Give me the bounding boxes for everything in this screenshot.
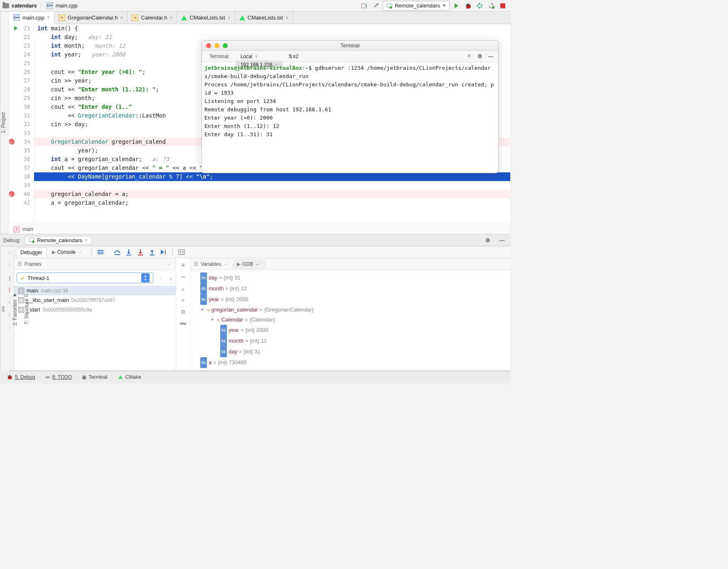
variables-tree[interactable]: 01 day = {int} 3101 month = {int} 1201 y…	[190, 270, 510, 370]
window-controls[interactable]	[206, 43, 228, 48]
step-out-button[interactable]	[147, 247, 157, 257]
remove-watch-button[interactable]: −	[179, 272, 188, 282]
debug-hide-button[interactable]: —	[497, 235, 507, 245]
terminal-split-indicator[interactable]: ⇅≡2	[283, 52, 303, 61]
tab-label: CMakeLists.txt	[248, 15, 283, 21]
step-into-button[interactable]	[123, 247, 134, 257]
debug-settings-button[interactable]: ⚙	[483, 235, 493, 245]
editor-tab[interactable]: C++main.cpp×	[9, 12, 54, 24]
cpp-file-icon: C++	[13, 14, 20, 21]
close-icon[interactable]: ×	[170, 15, 172, 21]
terminal-tool-tab[interactable]: ▣ Terminal	[78, 373, 111, 382]
stack-frame[interactable]: main main.cpp:38	[14, 286, 176, 295]
add-watch-button[interactable]: +	[179, 261, 188, 270]
terminal-output[interactable]: jetbrains@jetbrains-VirtualBox:~$ gdbser…	[202, 62, 498, 173]
cmake-icon	[239, 15, 245, 20]
glasses-icon[interactable]: 👓	[179, 319, 188, 328]
new-terminal-tab-button[interactable]: +	[464, 52, 474, 61]
frames-list[interactable]: main main.cpp:38__libc_start_main 0x0000…	[14, 286, 176, 314]
run-to-cursor-button[interactable]	[158, 247, 169, 257]
frames-menu-icon[interactable]: →˙	[166, 261, 172, 267]
debug-tool-tab[interactable]: 🐞 5: Debug	[2, 373, 39, 382]
terminal-window[interactable]: Terminal Terminal: Local ×Local ×192.168…	[202, 40, 499, 173]
gutter[interactable]: 2122232425262728293031323334353637383940…	[9, 24, 34, 224]
close-window-icon[interactable]	[206, 43, 211, 48]
variable-row[interactable]: 01 year = {int} 2000	[192, 294, 509, 305]
step-over-button[interactable]	[112, 247, 123, 257]
show-execution-point-button[interactable]	[95, 247, 106, 257]
terminal-tab[interactable]: Local ×	[236, 52, 283, 61]
console-tab[interactable]: ▶Console →˙	[48, 247, 88, 257]
favorites-tool-tab[interactable]: 2: Favorites ★	[12, 292, 18, 326]
svg-marker-5	[491, 2, 492, 5]
variable-row[interactable]: ▼≡ gregorian_calendar = {GregorianCalend…	[192, 305, 509, 315]
todo-tool-tab[interactable]: ≔ 6: TODO	[41, 373, 76, 382]
svg-point-8	[32, 240, 34, 243]
close-icon[interactable]: ×	[228, 15, 231, 21]
variable-row[interactable]: 01 month = {int} 12	[192, 283, 509, 294]
close-icon[interactable]: ×	[47, 15, 50, 20]
folder-icon	[2, 3, 9, 8]
tree-toggle-icon[interactable]: ▼	[200, 305, 205, 315]
next-frame-button[interactable]: ↓	[166, 273, 176, 283]
terminal-hide-button[interactable]: —	[486, 52, 496, 61]
close-icon[interactable]: ×	[85, 237, 88, 243]
stepper-arrows-icon[interactable]: ▲▼	[141, 273, 150, 282]
project-tool-tab[interactable]: 1: Project	[0, 112, 6, 133]
debug-session-tab[interactable]: Remote_calendars ×	[25, 236, 91, 245]
evaluate-expression-button[interactable]	[176, 247, 187, 257]
build-button[interactable]	[359, 1, 369, 11]
force-step-into-button[interactable]	[135, 247, 146, 257]
debugger-tab[interactable]: Debugger	[16, 247, 47, 258]
stop-button[interactable]	[498, 1, 508, 11]
editor-tab[interactable]: CMakeLists.txt×	[177, 12, 235, 24]
zoom-window-icon[interactable]	[223, 43, 228, 48]
terminal-settings-button[interactable]: ⚙	[475, 52, 485, 61]
variable-row[interactable]: 01 year = {int} 2000	[192, 325, 509, 336]
gdb-tab[interactable]: ▶GDB →˙	[233, 259, 266, 269]
minimize-window-icon[interactable]	[214, 43, 219, 48]
cmake-tool-tab[interactable]: CMake	[113, 373, 145, 382]
thread-selector[interactable]: ✔ Thread-1 ▲▼	[17, 272, 153, 283]
prev-frame-button[interactable]: ↑	[156, 273, 166, 283]
editor-tab[interactable]: CMakeLists.txt×	[235, 12, 293, 24]
rerun-button[interactable]	[486, 1, 496, 11]
editor-tab[interactable]: HCalendar.h×	[128, 12, 177, 24]
close-icon[interactable]: ×	[285, 15, 288, 21]
variable-row[interactable]: 01 month = {int} 12	[192, 336, 509, 346]
object-badge-icon: ≡	[207, 305, 209, 315]
hammer-icon[interactable]	[371, 1, 381, 11]
variable-row[interactable]: 01 a = {int} 730485	[192, 357, 509, 368]
up-watch-button[interactable]: ▲	[179, 284, 188, 293]
variable-row[interactable]: 01 day = {int} 31	[192, 272, 509, 283]
svg-marker-20	[139, 252, 142, 254]
variable-row[interactable]: 01 day = {int} 31	[192, 346, 509, 357]
stack-frame[interactable]: _start 0x0000555555555c9a	[14, 305, 176, 314]
thread-check-icon: ✔	[20, 275, 25, 281]
down-watch-button[interactable]: ▼	[179, 296, 188, 305]
tree-toggle-icon[interactable]: ▼	[210, 315, 215, 325]
structure-tool-tab[interactable]: 7: Structure ⠿	[24, 294, 30, 324]
frames-panel: ☰ Frames →˙ ✔ Thread-1 ▲▼ ↑ ↓ main main.…	[14, 258, 176, 370]
close-icon[interactable]: ×	[120, 15, 123, 21]
tab-label: Calendar.h	[141, 15, 167, 21]
copy-watch-button[interactable]: ⧉	[179, 307, 188, 316]
terminal-label: Terminal:	[204, 52, 235, 61]
function-name: main	[22, 226, 33, 232]
more-tool-tab[interactable]: >>	[0, 306, 6, 312]
editor-tab[interactable]: HGregorianCalendar.h×	[54, 12, 128, 24]
status-bar: 🐞 5: Debug ≔ 6: TODO ▣ Terminal CMake	[0, 371, 510, 383]
function-breadcrumb[interactable]: f main	[9, 224, 510, 234]
breadcrumb[interactable]: calendars 〉 C++ main.cpp	[2, 2, 77, 9]
run-button[interactable]	[451, 1, 461, 11]
terminal-titlebar[interactable]: Terminal	[202, 41, 498, 51]
attach-button[interactable]	[475, 1, 485, 11]
variable-row[interactable]: ▼≡ Calendar = {Calendar}	[192, 315, 509, 325]
tab-label: GregorianCalendar.h	[68, 15, 118, 21]
function-icon: f	[13, 226, 20, 233]
debug-button[interactable]: 🐞	[463, 1, 473, 11]
frames-title: Frames	[25, 261, 42, 267]
close-icon[interactable]: ×	[255, 54, 258, 59]
run-config-selector[interactable]: Remote_calendars	[383, 1, 450, 11]
stack-frame[interactable]: __libc_start_main 0x00007ffff767cb97	[14, 295, 176, 305]
